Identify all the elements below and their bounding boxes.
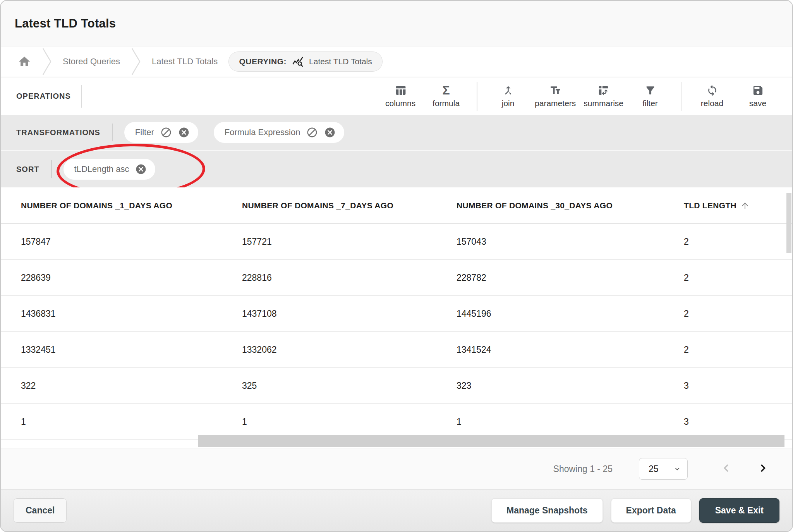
transformations-label: TRANSFORMATIONS xyxy=(16,128,100,137)
reload-button[interactable]: reload xyxy=(689,83,735,110)
sigma-icon: Σ xyxy=(442,84,450,96)
manage-snapshots-button[interactable]: Manage Snapshots xyxy=(491,498,603,523)
home-icon[interactable] xyxy=(18,55,31,68)
query-editor-window: Latest TLD Totals Stored Queries Latest … xyxy=(0,0,793,532)
sort-row: SORT tLDLength asc xyxy=(1,151,792,187)
table-header-row: NUMBER OF DOMAINS _1_DAYS AGO NUMBER OF … xyxy=(1,187,792,224)
export-data-button[interactable]: Export Data xyxy=(611,498,691,523)
arrow-up-icon xyxy=(740,201,750,210)
vertical-scrollbar[interactable] xyxy=(786,193,791,253)
divider xyxy=(681,82,681,111)
floppy-icon xyxy=(752,84,764,96)
column-header-domains-30-days[interactable]: NUMBER OF DOMAINS _30_DAYS AGO xyxy=(457,201,684,210)
pivot-table-icon xyxy=(597,84,609,96)
next-page-button[interactable] xyxy=(757,462,769,475)
querying-label: QUERYING: xyxy=(239,57,287,66)
save-exit-button[interactable]: Save & Exit xyxy=(699,498,779,523)
pagination-bar: Showing 1 - 25 25 xyxy=(1,448,792,489)
formula-button[interactable]: Σ formula xyxy=(423,83,469,110)
breadcrumb-separator-icon xyxy=(131,48,141,76)
block-icon[interactable] xyxy=(160,127,172,138)
text-fields-icon xyxy=(549,84,561,96)
summarise-button[interactable]: summarise xyxy=(580,83,627,110)
operations-toolbar: OPERATIONS columns Σ formula join parame… xyxy=(1,77,792,115)
breadcrumb-stored-queries[interactable]: Stored Queries xyxy=(63,57,120,67)
horizontal-scrollbar[interactable] xyxy=(198,435,784,447)
querying-value: Latest TLD Totals xyxy=(309,57,372,66)
remove-icon[interactable] xyxy=(178,127,190,138)
table-row[interactable]: 1436831 1437108 1445196 2 xyxy=(1,296,792,332)
sort-chip-tldlength-asc[interactable]: tLDLength asc xyxy=(64,159,156,180)
breadcrumb-current: Latest TLD Totals xyxy=(152,57,218,67)
previous-page-button[interactable] xyxy=(720,462,732,475)
filter-button[interactable]: filter xyxy=(627,83,673,110)
title-bar: Latest TLD Totals xyxy=(1,1,792,46)
table-row[interactable]: 322 325 323 3 xyxy=(1,368,792,404)
divider xyxy=(112,124,113,141)
breadcrumb: Stored Queries Latest TLD Totals QUERYIN… xyxy=(1,46,792,77)
sync-icon xyxy=(706,84,718,96)
table-columns-icon xyxy=(395,84,407,96)
block-icon[interactable] xyxy=(306,127,318,138)
divider xyxy=(51,160,52,178)
results-table: NUMBER OF DOMAINS _1_DAYS AGO NUMBER OF … xyxy=(1,187,792,448)
save-button[interactable]: save xyxy=(735,83,781,110)
table-row[interactable]: 1332451 1332062 1341524 2 xyxy=(1,332,792,368)
funnel-icon xyxy=(644,84,656,96)
footer-bar: Cancel Manage Snapshots Export Data Save… xyxy=(1,489,792,531)
table-row[interactable]: 228639 228816 228782 2 xyxy=(1,260,792,296)
transformations-row: TRANSFORMATIONS Filter Formula Expressio… xyxy=(1,115,792,150)
remove-icon[interactable] xyxy=(324,127,336,138)
merge-icon xyxy=(502,84,514,96)
transformation-chip-formula-expression[interactable]: Formula Expression xyxy=(214,122,345,143)
transformation-chip-filter[interactable]: Filter xyxy=(124,122,198,143)
page-title: Latest TLD Totals xyxy=(15,17,116,31)
querying-badge: QUERYING: Latest TLD Totals xyxy=(228,51,382,72)
table-row[interactable]: 157847 157721 157043 2 xyxy=(1,224,792,260)
divider xyxy=(477,82,477,111)
column-header-domains-1-days[interactable]: NUMBER OF DOMAINS _1_DAYS AGO xyxy=(21,201,242,210)
chevron-down-icon xyxy=(673,465,681,473)
remove-icon[interactable] xyxy=(135,163,147,175)
breadcrumb-separator-icon xyxy=(42,48,52,76)
column-header-tld-length[interactable]: TLD LENGTH xyxy=(684,201,792,210)
parameters-button[interactable]: parameters xyxy=(531,83,580,110)
cancel-button[interactable]: Cancel xyxy=(14,498,67,523)
showing-range: Showing 1 - 25 xyxy=(553,464,613,474)
column-header-domains-7-days[interactable]: NUMBER OF DOMAINS _7_DAYS AGO xyxy=(242,201,457,210)
query-stats-icon xyxy=(292,56,304,67)
operations-label: OPERATIONS xyxy=(16,92,71,101)
page-size-select[interactable]: 25 xyxy=(639,458,688,480)
columns-button[interactable]: columns xyxy=(378,83,423,110)
divider xyxy=(81,85,82,108)
sort-label: SORT xyxy=(16,165,39,174)
join-button[interactable]: join xyxy=(485,83,531,110)
